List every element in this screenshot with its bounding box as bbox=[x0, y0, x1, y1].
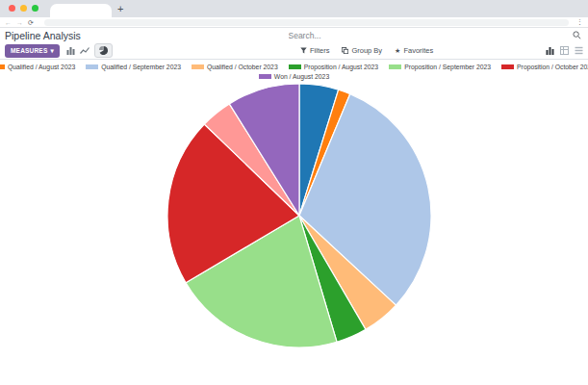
back-icon[interactable]: ← bbox=[5, 18, 12, 27]
minimize-window-icon[interactable] bbox=[20, 5, 27, 12]
legend-item-qualified-october-2023[interactable]: Qualified / October 2023 bbox=[192, 64, 278, 70]
pie-chart bbox=[160, 76, 439, 355]
search-icon[interactable] bbox=[573, 31, 581, 39]
legend-label: Qualified / October 2023 bbox=[207, 64, 278, 70]
pivot-view-icon[interactable] bbox=[560, 46, 569, 55]
filters-dropdown[interactable]: Filters bbox=[300, 46, 329, 55]
legend-swatch bbox=[501, 64, 514, 69]
legend-item-qualified-september-2023[interactable]: Qualified / September 2023 bbox=[86, 64, 181, 70]
address-bar[interactable] bbox=[44, 19, 569, 26]
legend-item-proposition-august-2023[interactable]: Proposition / August 2023 bbox=[289, 64, 378, 70]
measures-button[interactable]: MEASURES ▾ bbox=[5, 44, 60, 58]
search-input[interactable] bbox=[289, 31, 574, 40]
legend-swatch bbox=[389, 64, 401, 69]
list-view-icon[interactable] bbox=[575, 46, 583, 55]
zoom-window-icon[interactable] bbox=[32, 5, 38, 12]
legend-item-proposition-october-2023[interactable]: Proposition / October 2023 bbox=[501, 64, 588, 70]
legend-swatch bbox=[192, 64, 204, 69]
group-by-icon bbox=[342, 47, 348, 54]
search-box[interactable] bbox=[289, 31, 584, 40]
favorites-label: Favorites bbox=[403, 46, 433, 55]
page-title: Pipeline Analysis bbox=[5, 30, 81, 41]
browser-menu-icon[interactable]: ⋮ bbox=[576, 18, 583, 26]
search-facets: Filters Group By ★ Favorites bbox=[300, 42, 433, 59]
pie-chart-icon[interactable] bbox=[94, 43, 113, 58]
legend-label: Qualified / September 2023 bbox=[101, 64, 181, 70]
filter-icon bbox=[300, 47, 307, 54]
group-by-label: Group By bbox=[351, 46, 382, 55]
legend-swatch bbox=[86, 64, 98, 69]
control-panel-top: Pipeline Analysis bbox=[0, 28, 588, 42]
new-tab-button[interactable]: + bbox=[117, 1, 123, 16]
control-panel-bottom: MEASURES ▾ Filters Group By ★ Favorites bbox=[0, 42, 588, 59]
measures-label: MEASURES bbox=[11, 47, 47, 54]
close-window-icon[interactable] bbox=[9, 5, 15, 12]
browser-tab[interactable] bbox=[50, 4, 112, 17]
browser-toolbar: ← → ⟳ ⋮ bbox=[0, 17, 588, 28]
favorites-dropdown[interactable]: ★ Favorites bbox=[395, 46, 433, 55]
caret-down-icon: ▾ bbox=[50, 47, 53, 55]
forward-icon[interactable]: → bbox=[16, 18, 23, 27]
chart-type-switcher bbox=[66, 43, 113, 58]
line-chart-icon[interactable] bbox=[80, 46, 89, 55]
legend-item-qualified-august-2023[interactable]: Qualified / August 2023 bbox=[0, 64, 75, 70]
legend-label: Qualified / August 2023 bbox=[8, 64, 75, 70]
legend-item-proposition-september-2023[interactable]: Proposition / September 2023 bbox=[389, 64, 491, 70]
reload-icon[interactable]: ⟳ bbox=[28, 18, 34, 27]
filters-label: Filters bbox=[310, 46, 329, 55]
legend-label: Proposition / October 2023 bbox=[517, 64, 588, 70]
legend-row: New / September 2023Qualified / August 2… bbox=[0, 64, 588, 70]
star-icon: ★ bbox=[395, 47, 400, 54]
legend-swatch bbox=[0, 64, 5, 69]
group-by-dropdown[interactable]: Group By bbox=[342, 46, 382, 55]
legend-swatch bbox=[289, 64, 301, 69]
view-switcher bbox=[546, 46, 583, 55]
legend-label: Proposition / September 2023 bbox=[404, 64, 491, 70]
graph-view-icon[interactable] bbox=[546, 46, 554, 55]
legend-label: Proposition / August 2023 bbox=[304, 64, 378, 70]
bar-chart-icon[interactable] bbox=[66, 46, 75, 55]
browser-tab-bar: + bbox=[0, 0, 588, 17]
window-controls bbox=[9, 5, 38, 12]
